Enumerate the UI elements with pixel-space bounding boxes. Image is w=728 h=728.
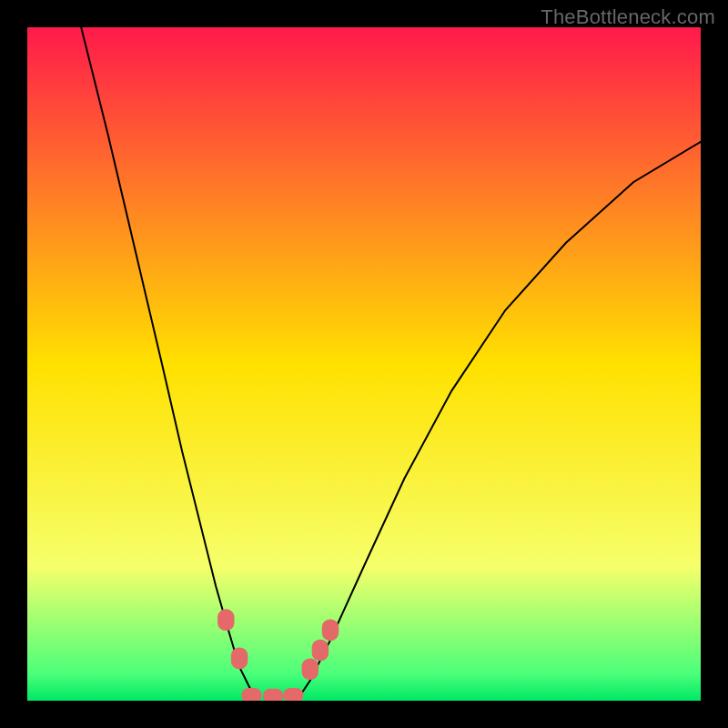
chart-background (27, 27, 701, 701)
chart-stage: TheBottleneck.com (0, 0, 728, 728)
chart-svg (27, 27, 701, 701)
watermark-text: TheBottleneck.com (541, 5, 715, 29)
marker-pink-markers-left (231, 648, 248, 670)
marker-pink-markers-bottom (241, 688, 261, 701)
marker-pink-markers-left (217, 609, 234, 631)
marker-pink-markers-right (322, 619, 339, 641)
chart-plot-area (27, 27, 701, 701)
marker-pink-markers-right (302, 658, 319, 680)
marker-pink-markers-bottom (283, 688, 303, 701)
marker-pink-markers-bottom (263, 689, 283, 701)
marker-pink-markers-right (312, 640, 329, 662)
